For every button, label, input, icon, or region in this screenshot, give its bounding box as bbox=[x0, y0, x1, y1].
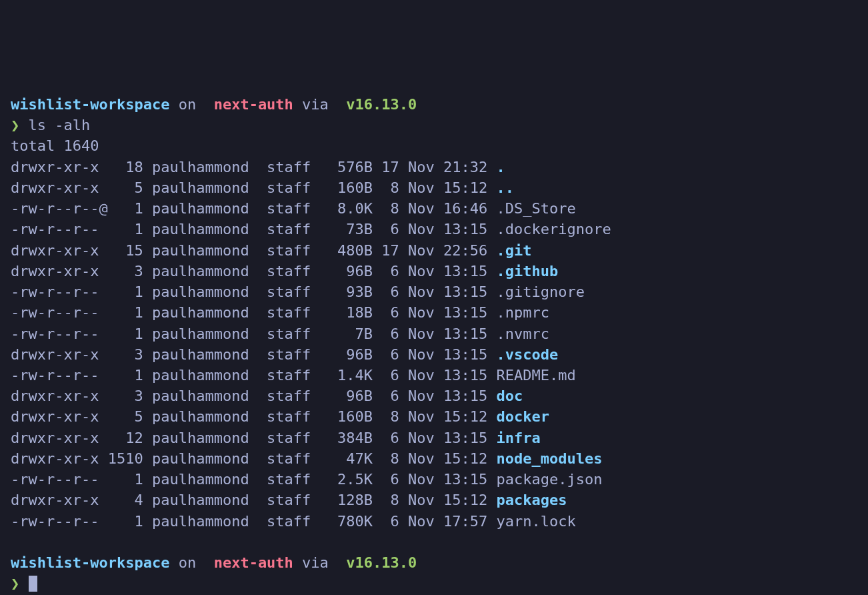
ls-row: -rw-r--r-- 1 paulhammond staff 7B 6 Nov … bbox=[11, 324, 857, 344]
file-permissions: drwxr-xr-x bbox=[11, 263, 108, 279]
prompt-input-line[interactable]: ❯ ls -alh bbox=[11, 115, 857, 135]
file-permissions: -rw-r--r--@ bbox=[11, 200, 108, 217]
ls-row: drwxr-xr-x 18 paulhammond staff 576B 17 … bbox=[11, 157, 857, 177]
file-links: 1 bbox=[108, 471, 143, 488]
file-size: 384B bbox=[320, 430, 373, 446]
file-group: staff bbox=[258, 283, 320, 300]
file-date: 6 Nov 13:15 bbox=[373, 283, 496, 300]
file-owner: paulhammond bbox=[143, 346, 258, 363]
file-owner: paulhammond bbox=[143, 283, 258, 300]
file-owner: paulhammond bbox=[143, 367, 258, 384]
file-date: 8 Nov 15:12 bbox=[373, 492, 496, 508]
file-size: 96B bbox=[320, 346, 373, 363]
prompt-context-line: wishlist-workspace on next-auth via v16.… bbox=[11, 94, 857, 115]
file-size: 8.0K bbox=[320, 200, 373, 217]
file-date: 8 Nov 15:12 bbox=[373, 450, 496, 467]
file-size: 47K bbox=[320, 450, 373, 467]
file-date: 6 Nov 13:15 bbox=[373, 326, 496, 342]
file-links: 1 bbox=[108, 326, 143, 342]
ls-row: -rw-r--r-- 1 paulhammond staff 18B 6 Nov… bbox=[11, 302, 857, 323]
file-permissions: -rw-r--r-- bbox=[11, 283, 108, 300]
ls-row: -rw-r--r--@ 1 paulhammond staff 8.0K 8 N… bbox=[11, 198, 857, 219]
file-date: 8 Nov 15:12 bbox=[373, 408, 496, 425]
file-group: staff bbox=[258, 326, 320, 342]
file-size: 73B bbox=[320, 221, 373, 237]
file-permissions: -rw-r--r-- bbox=[11, 367, 108, 384]
file-permissions: -rw-r--r-- bbox=[11, 304, 108, 321]
prompt-input-line[interactable]: ❯ bbox=[11, 573, 857, 594]
file-links: 5 bbox=[108, 179, 143, 196]
file-group: staff bbox=[258, 430, 320, 446]
file-links: 3 bbox=[108, 263, 143, 279]
on-text: on bbox=[169, 554, 205, 571]
file-name: docker bbox=[497, 408, 549, 425]
ls-row: drwxr-xr-x 3 paulhammond staff 96B 6 Nov… bbox=[11, 386, 857, 406]
file-date: 8 Nov 16:46 bbox=[373, 200, 496, 217]
file-date: 17 Nov 21:32 bbox=[373, 159, 496, 175]
file-permissions: drwxr-xr-x bbox=[11, 450, 108, 467]
cursor bbox=[29, 576, 37, 592]
file-owner: paulhammond bbox=[143, 513, 258, 530]
file-owner: paulhammond bbox=[143, 430, 258, 446]
file-owner: paulhammond bbox=[143, 388, 258, 404]
file-name: .git bbox=[497, 242, 532, 259]
prompt-char: ❯ bbox=[11, 575, 29, 592]
file-links: 1 bbox=[108, 367, 143, 384]
file-group: staff bbox=[258, 408, 320, 425]
file-size: 160B bbox=[320, 408, 373, 425]
file-permissions: drwxr-xr-x bbox=[11, 346, 108, 363]
file-date: 17 Nov 22:56 bbox=[373, 242, 496, 259]
file-date: 6 Nov 13:15 bbox=[373, 430, 496, 446]
file-name: package.json bbox=[497, 471, 603, 488]
file-links: 15 bbox=[108, 242, 143, 259]
file-size: 1.4K bbox=[320, 367, 373, 384]
terminal-output[interactable]: wishlist-workspace on next-auth via v16.… bbox=[11, 94, 857, 594]
file-name: .dockerignore bbox=[497, 221, 611, 237]
workspace-name: wishlist-workspace bbox=[11, 96, 169, 113]
ls-row: drwxr-xr-x 5 paulhammond staff 160B 8 No… bbox=[11, 406, 857, 427]
file-group: staff bbox=[258, 471, 320, 488]
file-permissions: drwxr-xr-x bbox=[11, 430, 108, 446]
file-owner: paulhammond bbox=[143, 408, 258, 425]
file-name: .gitignore bbox=[497, 283, 585, 300]
blank-line bbox=[11, 532, 857, 552]
file-name: .vscode bbox=[497, 346, 559, 363]
file-owner: paulhammond bbox=[143, 326, 258, 342]
file-date: 6 Nov 17:57 bbox=[373, 513, 496, 530]
file-name: doc bbox=[497, 388, 523, 404]
file-name: .nvmrc bbox=[497, 326, 549, 342]
ls-total-line: total 1640 bbox=[11, 135, 857, 156]
file-owner: paulhammond bbox=[143, 179, 258, 196]
file-links: 5 bbox=[108, 408, 143, 425]
file-owner: paulhammond bbox=[143, 200, 258, 217]
file-date: 6 Nov 13:15 bbox=[373, 388, 496, 404]
file-name: . bbox=[497, 159, 505, 175]
file-owner: paulhammond bbox=[143, 304, 258, 321]
file-links: 3 bbox=[108, 346, 143, 363]
file-date: 6 Nov 13:15 bbox=[373, 221, 496, 237]
ls-row: drwxr-xr-x 5 paulhammond staff 160B 8 No… bbox=[11, 177, 857, 198]
file-size: 96B bbox=[320, 388, 373, 404]
file-links: 1510 bbox=[108, 450, 143, 467]
git-branch-name: next-auth bbox=[205, 554, 293, 571]
ls-row: -rw-r--r-- 1 paulhammond staff 780K 6 No… bbox=[11, 511, 857, 532]
file-name: node_modules bbox=[497, 450, 603, 467]
file-size: 2.5K bbox=[320, 471, 373, 488]
workspace-name: wishlist-workspace bbox=[11, 554, 169, 571]
file-name: README.md bbox=[497, 367, 576, 384]
ls-row: -rw-r--r-- 1 paulhammond staff 1.4K 6 No… bbox=[11, 365, 857, 386]
file-links: 4 bbox=[108, 492, 143, 508]
file-group: staff bbox=[258, 159, 320, 175]
file-permissions: drwxr-xr-x bbox=[11, 388, 108, 404]
file-name: .. bbox=[497, 179, 515, 196]
command-text: ls -alh bbox=[29, 117, 91, 133]
ls-row: drwxr-xr-x 3 paulhammond staff 96B 6 Nov… bbox=[11, 344, 857, 365]
ls-row: drwxr-xr-x 12 paulhammond staff 384B 6 N… bbox=[11, 428, 857, 448]
file-size: 7B bbox=[320, 326, 373, 342]
file-permissions: drwxr-xr-x bbox=[11, 179, 108, 196]
file-size: 780K bbox=[320, 513, 373, 530]
file-name: .npmrc bbox=[497, 304, 549, 321]
file-owner: paulhammond bbox=[143, 450, 258, 467]
file-links: 1 bbox=[108, 513, 143, 530]
file-group: staff bbox=[258, 179, 320, 196]
